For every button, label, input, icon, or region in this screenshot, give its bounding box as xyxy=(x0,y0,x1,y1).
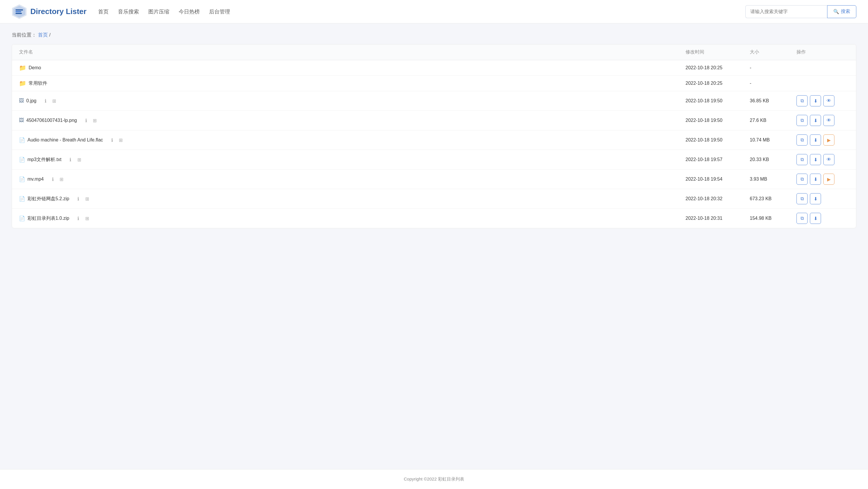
folder-icon: 📁 xyxy=(19,64,26,71)
file-inline-actions: ℹ ⊞ xyxy=(83,117,98,124)
file-icon: 📄 xyxy=(19,176,25,182)
file-size: 10.74 MB xyxy=(750,137,797,143)
copy-icon: ⧉ xyxy=(801,118,804,123)
file-name-cell: 🖼 45047061007431-lp.png ℹ ⊞ xyxy=(19,117,685,124)
play-button[interactable]: ▶ xyxy=(823,135,834,146)
logo-link[interactable]: Directory Lister xyxy=(12,4,86,19)
file-modified: 2022-10-18 20:25 xyxy=(685,81,750,86)
search-icon: 🔍 xyxy=(833,9,839,14)
qr-icon[interactable]: ⊞ xyxy=(51,97,58,104)
search-input[interactable] xyxy=(745,5,827,18)
file-name[interactable]: 常用软件 xyxy=(29,80,47,87)
table-row: 📁 常用软件 2022-10-18 20:25 - xyxy=(12,76,856,91)
copy-icon: ⧉ xyxy=(801,216,804,221)
download-icon: ⬇ xyxy=(814,216,817,221)
download-icon: ⬇ xyxy=(814,118,817,123)
file-icon: 🖼 xyxy=(19,98,24,104)
table-row: 📄 Audio machine - Breath And Life.flac ℹ… xyxy=(12,131,856,150)
main-content: 文件名 修改时间 大小 操作 📁 Demo 2022-10-18 20:25 -… xyxy=(0,42,868,469)
info-icon[interactable]: ℹ xyxy=(109,137,115,143)
info-icon[interactable]: ℹ xyxy=(50,176,56,182)
copy-button[interactable]: ⧉ xyxy=(797,115,808,126)
copy-button[interactable]: ⧉ xyxy=(797,154,808,165)
copy-button[interactable]: ⧉ xyxy=(797,213,808,224)
download-button[interactable]: ⬇ xyxy=(810,213,821,224)
actions-cell: ⧉ ⬇ xyxy=(797,193,849,204)
table-row: 🖼 0.jpg ℹ ⊞ 2022-10-18 19:50 36.85 KB ⧉ … xyxy=(12,91,856,111)
download-button[interactable]: ⬇ xyxy=(810,174,821,185)
col-actions: 操作 xyxy=(797,49,849,55)
download-button[interactable]: ⬇ xyxy=(810,135,821,146)
info-icon[interactable]: ℹ xyxy=(67,156,73,163)
copy-button[interactable]: ⧉ xyxy=(797,135,808,146)
logo-icon xyxy=(12,4,27,19)
file-name[interactable]: mv.mp4 xyxy=(27,176,44,182)
file-name-cell: 🖼 0.jpg ℹ ⊞ xyxy=(19,97,685,104)
svg-rect-3 xyxy=(16,11,21,12)
download-button[interactable]: ⬇ xyxy=(810,154,821,165)
search-area: 🔍 搜索 xyxy=(745,5,856,18)
file-size: 154.98 KB xyxy=(750,216,797,221)
nav-home[interactable]: 首页 xyxy=(98,8,108,15)
download-button[interactable]: ⬇ xyxy=(810,193,821,204)
info-icon[interactable]: ℹ xyxy=(75,196,82,202)
download-icon: ⬇ xyxy=(814,196,817,202)
qr-icon[interactable]: ⊞ xyxy=(58,176,65,182)
file-modified: 2022-10-18 20:31 xyxy=(685,216,750,221)
file-modified: 2022-10-18 19:54 xyxy=(685,176,750,182)
download-button[interactable]: ⬇ xyxy=(810,95,821,106)
nav-imgcompress[interactable]: 图片压缩 xyxy=(148,8,169,15)
nav-admin[interactable]: 后台管理 xyxy=(209,8,230,15)
view-button[interactable]: 👁 xyxy=(823,115,834,126)
breadcrumb: 当前位置： 首页 / xyxy=(0,23,868,42)
search-button[interactable]: 🔍 搜索 xyxy=(827,5,856,18)
qr-icon[interactable]: ⊞ xyxy=(92,117,98,124)
file-name[interactable]: 彩虹外链网盘5.2.zip xyxy=(27,196,69,202)
file-size: 20.33 KB xyxy=(750,157,797,162)
copy-icon: ⧉ xyxy=(801,157,804,162)
view-button[interactable]: 👁 xyxy=(823,95,834,106)
file-icon: 📄 xyxy=(19,215,25,222)
file-modified: 2022-10-18 19:50 xyxy=(685,98,750,104)
table-row: 📄 彩虹外链网盘5.2.zip ℹ ⊞ 2022-10-18 20:32 673… xyxy=(12,189,856,209)
qr-icon[interactable]: ⊞ xyxy=(118,137,124,143)
file-modified: 2022-10-18 20:32 xyxy=(685,196,750,201)
qr-icon[interactable]: ⊞ xyxy=(76,156,82,163)
svg-rect-4 xyxy=(16,13,22,14)
file-size: - xyxy=(750,81,797,86)
play-icon: ▶ xyxy=(827,137,831,143)
info-icon[interactable]: ℹ xyxy=(83,117,89,124)
file-modified: 2022-10-18 19:50 xyxy=(685,118,750,123)
breadcrumb-prefix: 当前位置： xyxy=(12,32,36,38)
breadcrumb-separator: / xyxy=(49,32,51,38)
copy-button[interactable]: ⧉ xyxy=(797,193,808,204)
file-name[interactable]: Audio machine - Breath And Life.flac xyxy=(27,137,103,143)
file-name[interactable]: 彩虹目录列表1.0.zip xyxy=(27,215,69,222)
nav-hot[interactable]: 今日热榜 xyxy=(179,8,200,15)
copy-icon: ⧉ xyxy=(801,98,804,104)
play-button[interactable]: ▶ xyxy=(823,174,834,185)
qr-icon[interactable]: ⊞ xyxy=(84,215,90,222)
file-icon: 📄 xyxy=(19,196,25,202)
logo-text: Directory Lister xyxy=(30,7,86,16)
footer-text: Copyright ©2022 彩虹目录列表 xyxy=(404,477,464,481)
file-modified: 2022-10-18 19:57 xyxy=(685,157,750,162)
qr-icon[interactable]: ⊞ xyxy=(84,196,90,202)
file-inline-actions: ℹ ⊞ xyxy=(75,215,90,222)
nav-music[interactable]: 音乐搜索 xyxy=(118,8,139,15)
table-row: 📄 彩虹目录列表1.0.zip ℹ ⊞ 2022-10-18 20:31 154… xyxy=(12,209,856,228)
svg-rect-2 xyxy=(16,9,23,10)
col-modified: 修改时间 xyxy=(685,49,750,55)
info-icon[interactable]: ℹ xyxy=(42,97,49,104)
file-name[interactable]: 45047061007431-lp.png xyxy=(26,118,77,123)
breadcrumb-home[interactable]: 首页 xyxy=(38,32,48,38)
view-button[interactable]: 👁 xyxy=(823,154,834,165)
copy-button[interactable]: ⧉ xyxy=(797,174,808,185)
file-name[interactable]: Demo xyxy=(29,65,41,70)
info-icon[interactable]: ℹ xyxy=(75,215,82,222)
copy-button[interactable]: ⧉ xyxy=(797,95,808,106)
file-name[interactable]: 0.jpg xyxy=(26,98,36,104)
table-header: 文件名 修改时间 大小 操作 xyxy=(12,45,856,60)
download-button[interactable]: ⬇ xyxy=(810,115,821,126)
file-name[interactable]: mp3文件解析.txt xyxy=(27,157,61,163)
